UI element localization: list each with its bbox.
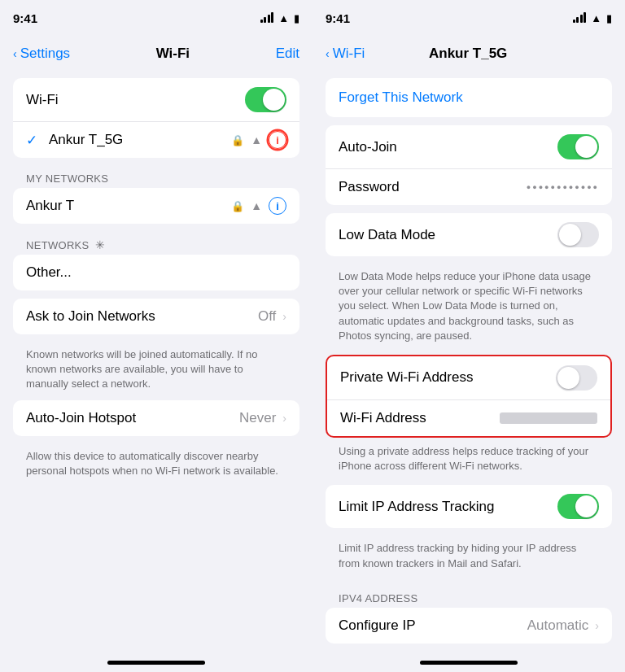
password-row[interactable]: Password ●●●●●●●●●●●● (326, 169, 612, 205)
checkmark-icon: ✓ (26, 132, 37, 149)
status-time-left: 9:41 (13, 11, 37, 25)
status-bar-right: 9:41 ▲ ▮ (312, 0, 625, 36)
private-wifi-toggle[interactable] (556, 365, 597, 391)
configure-ip-right: Automatic › (527, 617, 599, 634)
signal-icon (260, 13, 274, 23)
my-network-row[interactable]: Ankur T 🔒 ▲ i (13, 188, 299, 224)
forget-network-label: Forget This Network (339, 89, 463, 106)
wifi-signal-icon-2: ▲ (251, 199, 262, 212)
ask-to-join-label: Ask to Join Networks (26, 308, 155, 325)
status-bar-left: 9:41 ▲ ▮ (0, 0, 312, 36)
connected-network-left: ✓ Ankur T_5G (26, 132, 123, 149)
forget-network-card: Forget This Network (326, 78, 612, 117)
other-network-row[interactable]: Other... (13, 255, 299, 290)
home-indicator-left (0, 656, 312, 672)
battery-icon: ▮ (294, 12, 299, 24)
ipv4-header: IPV4 ADDRESS (312, 583, 625, 608)
limit-ip-toggle[interactable] (557, 494, 599, 519)
chevron-right-icon-2: › (282, 412, 286, 425)
left-screen: 9:41 ▲ ▮ ‹ Settings Wi-Fi Edit Wi-Fi (0, 0, 312, 672)
page-title-right: Ankur T_5G (429, 46, 507, 62)
status-icons-left: ▲ ▮ (260, 12, 299, 24)
wifi-toggle-row: Wi-Fi (13, 78, 299, 122)
auto-join-password-card: Auto-Join Password ●●●●●●●●●●●● (326, 125, 612, 205)
lock-icon-2: 🔒 (231, 200, 244, 212)
networks-loading-icon: ✳ (95, 238, 105, 251)
private-wifi-description: Using a private address helps reduce tra… (312, 439, 625, 482)
wifi-address-value (500, 412, 597, 424)
configure-ip-value: Automatic (527, 617, 589, 634)
low-data-row: Low Data Mode (326, 213, 612, 256)
private-wifi-label: Private Wi-Fi Address (340, 369, 473, 386)
configure-ip-row[interactable]: Configure IP Automatic › (326, 608, 612, 644)
my-network-name: Ankur T (26, 198, 74, 214)
auto-join-hotspot-right: Never › (239, 410, 286, 426)
back-button-left[interactable]: ‹ Settings (13, 46, 70, 62)
private-wifi-row: Private Wi-Fi Address (327, 356, 610, 400)
auto-join-row: Auto-Join (326, 125, 612, 169)
lock-icon: 🔒 (231, 134, 244, 146)
auto-join-label: Auto-Join (339, 139, 397, 155)
forget-network-row[interactable]: Forget This Network (326, 78, 612, 117)
nav-bar-left: ‹ Settings Wi-Fi Edit (0, 36, 312, 72)
auto-join-hotspot-card: Auto-Join Hotspot Never › (13, 400, 299, 436)
status-time-right: 9:41 (326, 11, 350, 25)
auto-join-hotspot-helper: Allow this device to automatically disco… (0, 444, 312, 487)
right-screen: 9:41 ▲ ▮ ‹ Wi-Fi Ankur T_5G Forget This … (312, 0, 625, 672)
low-data-label: Low Data Mode (339, 227, 435, 243)
home-bar-right (420, 661, 518, 665)
limit-ip-label: Limit IP Address Tracking (339, 499, 495, 515)
edit-button[interactable]: Edit (276, 46, 299, 62)
info-button-connected[interactable]: i (269, 131, 286, 149)
private-wifi-card: Private Wi-Fi Address Wi-Fi Address (326, 355, 612, 438)
my-networks-header: MY NETWORKS (0, 166, 312, 188)
wifi-toggle-card: Wi-Fi ✓ Ankur T_5G 🔒 ▲ i (13, 78, 299, 158)
wifi-label: Wi-Fi (26, 92, 59, 108)
limit-ip-description: Limit IP address tracking by hiding your… (312, 536, 625, 578)
auto-join-hotspot-row[interactable]: Auto-Join Hotspot Never › (13, 400, 299, 436)
info-button-network[interactable]: i (269, 197, 286, 215)
networks-card: Other... (13, 255, 299, 290)
ask-to-join-right: Off › (258, 308, 286, 325)
auto-join-hotspot-value: Never (239, 410, 276, 426)
connected-network-row[interactable]: ✓ Ankur T_5G 🔒 ▲ i (13, 122, 299, 158)
wifi-toggle[interactable] (245, 87, 286, 112)
limit-ip-row: Limit IP Address Tracking (326, 485, 612, 528)
connected-network-icons: 🔒 ▲ i (231, 131, 286, 149)
password-label: Password (339, 179, 400, 195)
chevron-right-icon: › (282, 310, 286, 323)
battery-icon-right: ▮ (606, 12, 612, 24)
right-content: Forget This Network Auto-Join Password ●… (312, 72, 625, 656)
chevron-left-icon: ‹ (13, 47, 17, 60)
ask-to-join-helper: Known networks will be joined automatica… (0, 343, 312, 400)
ask-to-join-card: Ask to Join Networks Off › (13, 299, 299, 334)
home-indicator-right (312, 656, 625, 672)
home-bar-left (107, 661, 205, 665)
signal-icon-right (573, 13, 587, 23)
auto-join-toggle[interactable] (557, 134, 599, 159)
auto-join-hotspot-label: Auto-Join Hotspot (26, 410, 136, 426)
page-title-left: Wi-Fi (156, 46, 190, 62)
ask-to-join-row[interactable]: Ask to Join Networks Off › (13, 299, 299, 334)
networks-header: NETWORKS ✳ (0, 232, 312, 255)
toggle-thumb (263, 89, 285, 111)
wifi-signal-icon: ▲ (251, 133, 262, 146)
ask-to-join-value: Off (258, 308, 276, 325)
chevron-right-configure: › (595, 619, 599, 632)
my-networks-card: Ankur T 🔒 ▲ i (13, 188, 299, 224)
wifi-address-label: Wi-Fi Address (340, 410, 426, 426)
limit-ip-card: Limit IP Address Tracking (326, 485, 612, 528)
configure-ip-card: Configure IP Automatic › (326, 608, 612, 644)
low-data-toggle[interactable] (557, 222, 599, 247)
wifi-address-row: Wi-Fi Address (327, 400, 610, 436)
wifi-status-icon: ▲ (278, 12, 289, 24)
password-value: ●●●●●●●●●●●● (527, 183, 599, 191)
connected-network-name: Ankur T_5G (49, 132, 123, 148)
nav-bar-right: ‹ Wi-Fi Ankur T_5G (312, 36, 625, 72)
my-network-icons: 🔒 ▲ i (231, 197, 286, 215)
configure-ip-label: Configure IP (339, 617, 416, 634)
low-data-description: Low Data Mode helps reduce your iPhone d… (312, 264, 625, 351)
wifi-status-icon-right: ▲ (591, 12, 601, 24)
back-button-right[interactable]: ‹ Wi-Fi (326, 46, 365, 62)
other-label: Other... (26, 264, 72, 281)
